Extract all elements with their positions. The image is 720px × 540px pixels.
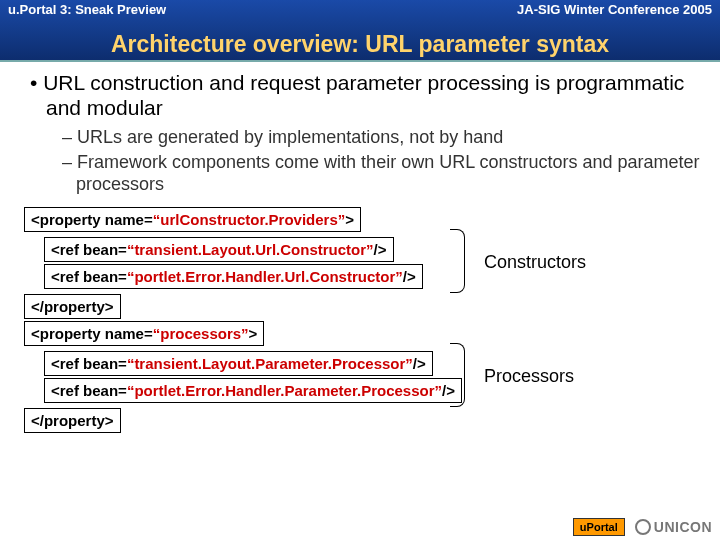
slide-title: Architecture overview: URL parameter syn… bbox=[111, 31, 609, 58]
brace-icon bbox=[450, 229, 465, 293]
code-line: <ref bean=“transient.Layout.Url.Construc… bbox=[44, 237, 394, 262]
header-right: JA-SIG Winter Conference 2005 bbox=[517, 2, 712, 17]
unicon-logo: UNICON bbox=[635, 519, 712, 535]
uportal-logo: uPortal bbox=[573, 518, 625, 536]
bullet-sub-1: URLs are generated by implementations, n… bbox=[20, 126, 700, 149]
brace-icon bbox=[450, 343, 465, 407]
code-line: <ref bean=“portlet.Error.Handler.Url.Con… bbox=[44, 264, 423, 289]
code-line: </property> bbox=[24, 294, 121, 319]
bullet-sub-2: Framework components come with their own… bbox=[20, 151, 700, 196]
code-block: <property name=“urlConstructor.Providers… bbox=[20, 206, 700, 434]
unicon-mark-icon bbox=[635, 519, 651, 535]
code-line: <ref bean=“transient.Layout.Parameter.Pr… bbox=[44, 351, 433, 376]
code-line: <property name=“urlConstructor.Providers… bbox=[24, 207, 361, 232]
bullet-main: URL construction and request parameter p… bbox=[20, 70, 700, 120]
header-left: u.Portal 3: Sneak Preview bbox=[8, 2, 166, 17]
label-processors: Processors bbox=[478, 366, 574, 387]
slide-header: u.Portal 3: Sneak Preview JA-SIG Winter … bbox=[0, 0, 720, 62]
code-line: </property> bbox=[24, 408, 121, 433]
code-line: <property name=“processors”> bbox=[24, 321, 264, 346]
slide-body: URL construction and request parameter p… bbox=[0, 62, 720, 434]
label-constructors: Constructors bbox=[478, 252, 586, 273]
footer: uPortal UNICON bbox=[573, 518, 712, 536]
code-line: <ref bean=“portlet.Error.Handler.Paramet… bbox=[44, 378, 462, 403]
